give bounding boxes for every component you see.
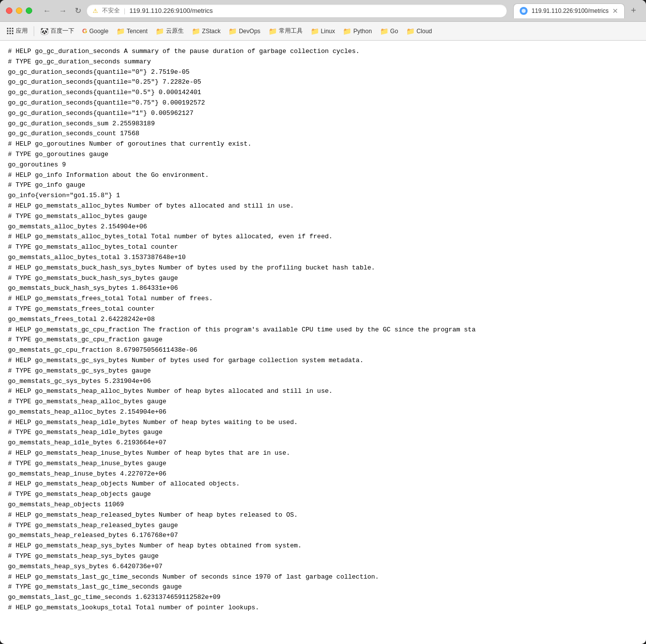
- cloudnative-label: 云原生: [166, 27, 184, 35]
- tencent-label: Tencent: [127, 28, 148, 35]
- zstack-label: ZStack: [202, 28, 220, 35]
- metrics-line: # HELP go_memstats_gc_cpu_fraction The f…: [8, 326, 476, 333]
- metrics-line: # HELP go_memstats_heap_inuse_bytes Numb…: [8, 449, 290, 457]
- metrics-line: # HELP go_memstats_heap_released_bytes N…: [8, 511, 298, 519]
- apps-menu[interactable]: 应用: [4, 25, 31, 37]
- separator: |: [124, 7, 125, 14]
- bookmark-python[interactable]: 📁 Python: [340, 25, 375, 37]
- apps-label: 应用: [16, 27, 28, 35]
- metrics-line: go_memstats_heap_alloc_bytes 2.154904e+0…: [8, 408, 166, 416]
- metrics-line: go_gc_duration_seconds{quantile="0.25"} …: [8, 78, 201, 86]
- metrics-line: go_gc_duration_seconds{quantile="0.5"} 0…: [8, 89, 201, 96]
- security-warning-icon: ⚠: [93, 7, 98, 14]
- url-display: 119.91.110.226:9100/metrics: [129, 7, 501, 14]
- folder-icon-cloud: 📁: [406, 27, 415, 35]
- folder-icon-cloudnative: 📁: [156, 27, 164, 35]
- bookmark-zstack[interactable]: 📁 ZStack: [189, 25, 223, 37]
- metrics-line: go_gc_duration_seconds{quantile="1"} 0.0…: [8, 109, 193, 117]
- metrics-line: # TYPE go_info gauge: [8, 181, 85, 189]
- folder-icon-devops: 📁: [228, 27, 237, 35]
- metrics-line: # TYPE go_memstats_frees_total counter: [8, 305, 155, 313]
- metrics-line: go_goroutines 9: [8, 161, 66, 168]
- go-label: Go: [390, 28, 398, 35]
- metrics-line: go_memstats_heap_sys_bytes 6.6420736e+07: [8, 563, 162, 570]
- metrics-line: # TYPE go_goroutines gauge: [8, 151, 108, 158]
- metrics-line: go_memstats_heap_objects 11069: [8, 501, 124, 508]
- baidu-label: 百度一下: [51, 27, 74, 35]
- bookmarks-toolbar: 应用 🐼 百度一下 G Google 📁 Tencent 📁 云原生 📁 ZSt…: [0, 22, 646, 41]
- bookmark-baidu[interactable]: 🐼 百度一下: [37, 25, 77, 37]
- metrics-line: go_memstats_frees_total 2.64228242e+08: [8, 316, 155, 323]
- metrics-line: go_memstats_heap_released_bytes 6.176768…: [8, 532, 178, 539]
- devops-label: DevOps: [239, 28, 260, 35]
- folder-icon-tools: 📁: [269, 27, 277, 35]
- metrics-line: # TYPE go_memstats_heap_released_bytes g…: [8, 522, 178, 529]
- metrics-line: # TYPE go_memstats_buck_hash_sys_bytes g…: [8, 274, 178, 282]
- bookmark-devops[interactable]: 📁 DevOps: [225, 25, 263, 37]
- close-tab-button[interactable]: ✕: [612, 7, 618, 15]
- close-button[interactable]: [6, 7, 12, 14]
- page-content: # HELP go_gc_duration_seconds A summary …: [0, 41, 646, 644]
- bookmark-tencent[interactable]: 📁 Tencent: [113, 25, 151, 37]
- metrics-line: go_memstats_buck_hash_sys_bytes 1.864331…: [8, 284, 178, 292]
- bookmark-cloud[interactable]: 📁 Cloud: [403, 25, 435, 37]
- bookmark-go[interactable]: 📁 Go: [377, 25, 401, 37]
- metrics-line: # HELP go_memstats_gc_sys_bytes Number o…: [8, 357, 364, 364]
- metrics-line: # HELP go_memstats_alloc_bytes_total Tot…: [8, 233, 332, 240]
- bookmark-tools[interactable]: 📁 常用工具: [266, 25, 306, 37]
- metrics-line: # HELP go_memstats_heap_objects Number o…: [8, 480, 240, 487]
- folder-icon: 🐼: [40, 27, 49, 35]
- folder-icon-zstack: 📁: [192, 27, 200, 35]
- bookmark-google[interactable]: G Google: [79, 25, 111, 37]
- folder-icon-go: 📁: [380, 27, 388, 35]
- metrics-line: go_memstats_alloc_bytes 2.154904e+06: [8, 223, 147, 230]
- svg-point-0: [522, 9, 526, 13]
- bookmark-linux[interactable]: 📁 Linux: [308, 25, 338, 37]
- browser-window: ← → ↻ ⚠ 不安全 | 119.91.110.226:9100/metric…: [0, 0, 646, 644]
- metrics-line: # HELP go_memstats_last_gc_time_seconds …: [8, 573, 379, 581]
- metrics-line: go_gc_duration_seconds{quantile="0.75"} …: [8, 99, 205, 107]
- google-label: Google: [89, 28, 108, 35]
- folder-icon-tencent: 📁: [116, 27, 125, 35]
- metrics-line: go_gc_duration_seconds_count 17568: [8, 130, 139, 137]
- metrics-line: go_gc_duration_seconds{quantile="0"} 2.7…: [8, 68, 190, 76]
- back-button[interactable]: ←: [40, 4, 54, 17]
- metrics-line: # HELP go_memstats_frees_total Total num…: [8, 295, 213, 302]
- reload-button[interactable]: ↻: [72, 4, 84, 17]
- bookmark-cloudnative[interactable]: 📁 云原生: [153, 25, 187, 37]
- folder-icon-python: 📁: [343, 27, 351, 35]
- traffic-lights: [6, 7, 32, 14]
- metrics-line: go_memstats_last_gc_time_seconds 1.62313…: [8, 593, 220, 601]
- metrics-line: # HELP go_memstats_alloc_bytes Number of…: [8, 202, 294, 210]
- metrics-content: # HELP go_gc_duration_seconds A summary …: [8, 47, 638, 613]
- maximize-button[interactable]: [26, 7, 32, 14]
- metrics-line: # TYPE go_memstats_alloc_bytes gauge: [8, 213, 147, 220]
- metrics-line: go_memstats_gc_sys_bytes 5.231904e+06: [8, 377, 151, 385]
- metrics-line: go_gc_duration_seconds_sum 2.255983189: [8, 120, 155, 127]
- metrics-line: # HELP go_memstats_heap_alloc_bytes Numb…: [8, 387, 332, 395]
- metrics-line: go_memstats_heap_idle_bytes 6.2193664e+0…: [8, 439, 166, 446]
- metrics-line: # HELP go_memstats_heap_sys_bytes Number…: [8, 542, 302, 549]
- address-bar[interactable]: ⚠ 不安全 | 119.91.110.226:9100/metrics: [86, 4, 507, 18]
- new-tab-button[interactable]: +: [627, 3, 640, 18]
- metrics-line: # HELP go_memstats_heap_idle_bytes Numbe…: [8, 419, 298, 426]
- toolbar-divider: [34, 26, 34, 36]
- metrics-line: # TYPE go_memstats_heap_alloc_bytes gaug…: [8, 398, 166, 405]
- active-tab[interactable]: 119.91.110.226:9100/metrics ✕: [513, 3, 625, 18]
- metrics-line: # HELP go_memstats_buck_hash_sys_bytes N…: [8, 264, 375, 271]
- linux-label: Linux: [321, 28, 335, 35]
- forward-button[interactable]: →: [56, 4, 70, 17]
- tab-title: 119.91.110.226:9100/metrics: [532, 7, 608, 14]
- metrics-line: go_memstats_gc_cpu_fraction 8.6790750566…: [8, 346, 197, 354]
- metrics-line: go_info{version="go1.15.8"} 1: [8, 192, 120, 199]
- minimize-button[interactable]: [16, 7, 22, 14]
- metrics-line: # TYPE go_memstats_gc_cpu_fraction gauge: [8, 336, 162, 343]
- metrics-line: # HELP go_info Information about the Go …: [8, 171, 209, 179]
- metrics-line: # TYPE go_memstats_heap_objects gauge: [8, 490, 151, 498]
- folder-icon-linux: 📁: [311, 27, 319, 35]
- metrics-line: # HELP go_gc_duration_seconds A summary …: [8, 48, 360, 55]
- metrics-line: # TYPE go_memstats_heap_inuse_bytes gaug…: [8, 460, 166, 467]
- tab-favicon: [520, 7, 528, 15]
- tools-label: 常用工具: [279, 27, 303, 35]
- metrics-line: # HELP go_memstats_lookups_total Total n…: [8, 604, 259, 611]
